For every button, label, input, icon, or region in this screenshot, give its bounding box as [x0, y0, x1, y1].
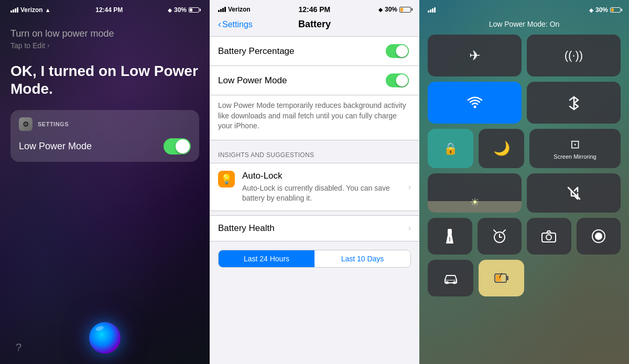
wifi-status-icon: ▲	[45, 7, 51, 13]
signal-bars-icon	[10, 7, 18, 13]
car-play-tile[interactable]	[428, 260, 473, 296]
empty-space	[529, 260, 621, 296]
tab-last-24-hours[interactable]: Last 24 Hours	[219, 250, 314, 267]
settings-nav-title: Battery	[298, 19, 331, 30]
low-power-toggle-siri[interactable]	[164, 138, 191, 155]
alarm-clock-icon	[492, 229, 507, 244]
battery-status-icon	[494, 272, 509, 284]
tap-to-edit-row[interactable]: Tap to Edit ›	[10, 41, 199, 50]
settings-nav-bar: ‹ Settings Battery	[210, 17, 419, 36]
svg-point-0	[473, 106, 476, 108]
settings-carrier-label: Verizon	[228, 6, 251, 13]
control-battery-icon	[610, 7, 621, 13]
siri-low-power-label: Low Power Mode	[19, 141, 92, 152]
svg-rect-17	[506, 276, 508, 280]
wifi-signal-tile[interactable]: ((·))	[527, 35, 621, 76]
tap-to-edit-chevron-icon: ›	[47, 42, 49, 49]
auto-lock-desc: Auto-Lock is currently disabled. You can…	[242, 183, 401, 203]
svg-rect-1	[448, 229, 452, 235]
svg-line-6	[494, 230, 496, 232]
svg-line-7	[503, 230, 505, 232]
siri-settings-card[interactable]: ⚙ SETTINGS Low Power Mode	[10, 110, 199, 162]
battery-health-label: Battery Health	[218, 223, 275, 234]
control-center-grid: ✈ ((·))	[428, 35, 621, 364]
battery-icon-siri	[189, 7, 199, 13]
battery-health-chevron-icon: ›	[408, 224, 411, 233]
low-power-mode-label: Low Power Mode	[218, 75, 287, 86]
control-status-bar: ◆ 30%	[428, 0, 621, 18]
insights-section: 💡 Auto-Lock Auto-Lock is currently disab…	[210, 163, 419, 211]
rotation-lock-tile[interactable]: 🔒	[428, 129, 473, 168]
auto-lock-insight-row[interactable]: 💡 Auto-Lock Auto-Lock is currently disab…	[210, 163, 419, 211]
control-gps-icon: ◆	[589, 7, 593, 13]
back-button[interactable]: ‹ Settings	[218, 19, 253, 30]
auto-lock-title: Auto-Lock	[242, 171, 401, 181]
siri-status-left: Verizon ▲	[10, 6, 51, 14]
mute-tile[interactable]	[527, 173, 621, 213]
low-power-mode-header: Low Power Mode: On	[428, 18, 621, 35]
brightness-icon: ☀	[470, 196, 480, 208]
settings-signal-bars-icon	[218, 7, 226, 12]
flashlight-icon	[444, 229, 456, 244]
siri-time: 12:44 PM	[95, 6, 123, 14]
siri-orb[interactable]	[89, 322, 121, 354]
time-tabs: Last 24 Hours Last 10 Days	[218, 250, 411, 268]
clock-tile[interactable]	[478, 218, 522, 255]
do-not-disturb-tile[interactable]: 🌙	[479, 129, 524, 168]
settings-status-right: ◆ 30%	[378, 6, 411, 13]
battery-status-tile[interactable]	[479, 260, 524, 296]
cc-row-3: 🔒 🌙 ⊡ Screen Mirroring	[428, 129, 621, 168]
battery-percentage-toggle[interactable]	[386, 44, 409, 58]
brightness-tile[interactable]: ☀	[428, 173, 522, 213]
siri-card-header: ⚙ SETTINGS	[19, 117, 191, 131]
wifi-icon	[467, 95, 483, 111]
control-status-left	[428, 7, 436, 13]
auto-lock-chevron-icon: ›	[408, 182, 411, 192]
battery-percent-siri: 30%	[174, 6, 187, 14]
flashlight-tile[interactable]	[428, 218, 472, 255]
siri-panel: Verizon ▲ 12:44 PM ◆ 30% Turn on low pow…	[0, 0, 210, 364]
auto-lock-icon: 💡	[218, 171, 235, 187]
wifi-signal-icon: ((·))	[565, 49, 583, 62]
rotation-lock-icon: 🔒	[443, 142, 458, 156]
siri-query-text: Turn on low power mode	[10, 28, 199, 39]
airplane-icon: ✈	[469, 48, 481, 64]
low-power-mode-row: Low Power Mode	[210, 66, 419, 95]
low-power-mode-toggle[interactable]	[386, 73, 409, 87]
svg-rect-14	[445, 280, 457, 281]
back-chevron-icon: ‹	[218, 19, 221, 30]
tab-last-10-days[interactable]: Last 10 Days	[314, 250, 410, 267]
gps-icon: ◆	[168, 7, 172, 13]
battery-percentage-row: Battery Percentage	[210, 37, 419, 66]
battery-health-row[interactable]: Battery Health ›	[210, 215, 419, 241]
bulb-icon: 💡	[221, 173, 232, 185]
camera-tile[interactable]	[527, 218, 571, 255]
wifi-tile[interactable]	[428, 82, 522, 124]
bluetooth-tile[interactable]	[527, 82, 621, 124]
control-center-panel: ◆ 30% Low Power Mode: On ✈ ((·))	[419, 0, 629, 364]
control-signal-bars-icon	[428, 7, 436, 13]
svg-point-9	[546, 235, 551, 240]
car-icon	[443, 272, 459, 284]
screen-mirror-icon: ⊡	[570, 138, 580, 151]
siri-low-power-row: Low Power Mode	[19, 138, 191, 155]
screen-mirror-tile[interactable]: ⊡ Screen Mirroring	[529, 129, 621, 168]
auto-lock-content: Auto-Lock Auto-Lock is currently disable…	[242, 171, 401, 203]
airplane-mode-tile[interactable]: ✈	[428, 35, 522, 76]
cc-row-6	[428, 260, 621, 296]
battery-icon-settings	[399, 7, 411, 13]
carrier-label: Verizon	[20, 6, 43, 14]
screen-record-tile[interactable]	[577, 218, 621, 255]
settings-status-left: Verizon	[218, 6, 251, 13]
cc-row-1: ✈ ((·))	[428, 35, 621, 76]
settings-gps-icon: ◆	[378, 7, 383, 13]
low-power-description: Low Power Mode temporarily reduces backg…	[210, 95, 419, 140]
siri-card-title: SETTINGS	[38, 121, 69, 127]
settings-panel: Verizon 12:46 PM ◆ 30% ‹ Settings Batter…	[210, 0, 419, 364]
cc-row-4: ☀	[428, 173, 621, 213]
settings-battery-percent: 30%	[385, 6, 397, 13]
siri-orb-container	[0, 322, 210, 354]
settings-gear-icon: ⚙	[19, 117, 32, 131]
time-tabs-container: Last 24 Hours Last 10 Days	[210, 241, 419, 276]
siri-status-right: ◆ 30%	[168, 6, 199, 14]
